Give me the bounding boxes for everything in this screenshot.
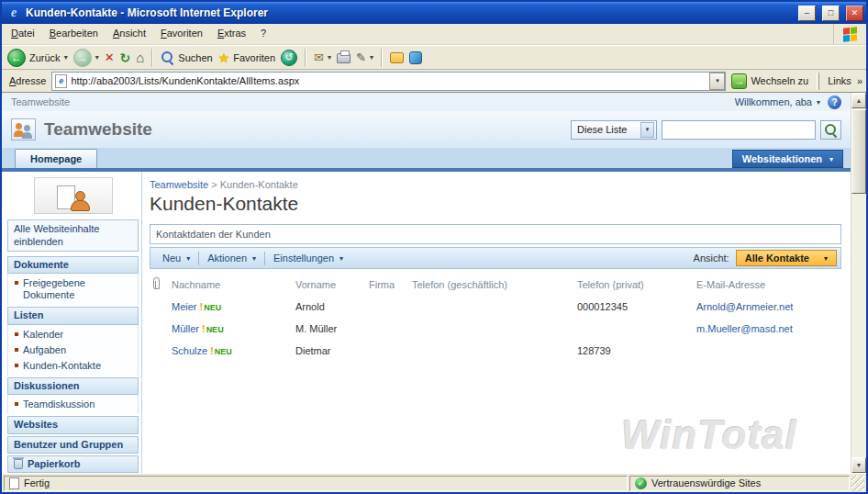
table-row[interactable]: Schulze!NEU Dietmar 128739	[150, 340, 841, 362]
help-button[interactable]: ?	[828, 95, 841, 109]
go-label: Wechseln zu	[751, 75, 808, 86]
search-scope-select[interactable]: Diese Liste ▾	[571, 120, 657, 140]
links-bar-grip[interactable]	[817, 73, 819, 90]
nav-item-teamdiskussion[interactable]: Teamdiskussion	[8, 397, 138, 412]
home-button[interactable]: ⌂	[136, 50, 144, 65]
menu-bearbeiten[interactable]: Bearbeiten	[42, 24, 106, 44]
nav-header-websites[interactable]: Websites	[7, 416, 139, 433]
cell-firma	[365, 296, 408, 318]
browser-toolbar: ← Zurück ▾ → ▾ ✕ ↻ ⌂ Suchen ★ Favoriten …	[2, 45, 866, 70]
welcome-menu[interactable]: Willkommen, aba ▾	[735, 96, 820, 107]
nav-item-kunden-kontakte[interactable]: Kunden-Kontakte	[8, 358, 138, 374]
site-actions-button[interactable]: Websiteaktionen ▾	[732, 150, 843, 168]
back-button[interactable]: ← Zurück ▾	[7, 49, 68, 67]
go-button[interactable]: → Wechseln zu	[731, 73, 808, 89]
edit-button[interactable]: ✎ ▾	[356, 51, 373, 64]
forward-button[interactable]: → ▾	[73, 49, 99, 67]
new-menu-label: Neu	[162, 253, 181, 264]
contact-name-link[interactable]: Müller	[172, 323, 199, 334]
scroll-up-button[interactable]: ▲	[851, 93, 866, 108]
nav-header-diskussionen[interactable]: Diskussionen	[7, 377, 139, 395]
close-button[interactable]: ✕	[846, 6, 863, 21]
media-button[interactable]: ↺	[281, 50, 297, 66]
breadcrumb-parent-link[interactable]: Teamwebsite	[150, 179, 208, 190]
favorites-button[interactable]: ★ Favoriten	[218, 51, 275, 65]
contact-name-link[interactable]: Schulze	[172, 345, 207, 356]
site-search-button[interactable]	[820, 120, 841, 140]
menu-bar: Datei Bearbeiten Ansicht Favoriten Extra…	[2, 24, 866, 45]
site-search-input[interactable]	[662, 120, 816, 140]
menu-datei[interactable]: Datei	[4, 24, 42, 44]
messenger-button[interactable]	[409, 51, 422, 64]
actions-menu-button[interactable]: Aktionen ▾	[199, 250, 264, 266]
nav-item-kalender[interactable]: Kalender	[8, 327, 138, 342]
actions-menu-caret-icon: ▾	[252, 254, 256, 263]
column-header-telefon-geschaeftlich[interactable]: Telefon (geschäftlich)	[408, 272, 573, 296]
status-pane: Fertig	[4, 476, 628, 491]
nav-header-dokumente[interactable]: Dokumente	[7, 256, 139, 274]
column-header-email[interactable]: E-Mail-Adresse	[693, 272, 841, 296]
address-input[interactable]: e http://aba2003/Lists/KundenKontakte/Al…	[51, 72, 726, 91]
scrollbar-thumb[interactable]	[851, 109, 866, 194]
discuss-button[interactable]	[390, 52, 404, 63]
email-link[interactable]: m.Mueller@masd.net	[696, 323, 793, 334]
tab-homepage[interactable]: Homepage	[15, 149, 97, 168]
table-row[interactable]: Meier!NEU Arnold 000012345 Arnold@Arnmei…	[150, 296, 841, 318]
global-site-link[interactable]: Teamwebsite	[11, 96, 70, 107]
welcome-caret-icon: ▾	[817, 98, 820, 107]
new-menu-button[interactable]: Neu ▾	[154, 250, 198, 266]
windows-logo-icon	[833, 24, 866, 44]
view-label: Ansicht:	[694, 253, 729, 264]
ie-logo-icon: e	[6, 6, 21, 20]
contacts-list-image	[34, 177, 113, 214]
column-header-firma[interactable]: Firma	[365, 272, 408, 296]
email-link[interactable]: Arnold@Arnmeier.net	[696, 301, 793, 312]
scope-value: Diese Liste	[577, 124, 627, 135]
cell-telefon-privat: 000012345	[573, 296, 693, 318]
attachment-cell	[150, 296, 168, 318]
attachment-cell	[150, 318, 168, 340]
menu-ansicht[interactable]: Ansicht	[106, 24, 153, 44]
table-row[interactable]: Müller!NEU M. Müller m.Mueller@masd.net	[150, 318, 841, 340]
tab-bar: Homepage Websiteaktionen ▾	[2, 148, 851, 172]
print-button[interactable]	[337, 53, 351, 63]
global-links-bar: Teamwebsite Willkommen, aba ▾ ?	[2, 93, 851, 111]
actions-menu-label: Aktionen	[207, 253, 247, 264]
search-button[interactable]: Suchen	[161, 51, 212, 64]
site-icon	[11, 118, 36, 140]
new-bang-icon: !	[202, 323, 206, 334]
view-all-site-content-link[interactable]: Alle Websiteinhalte einblenden	[7, 219, 139, 251]
title-bar[interactable]: e Kunden-Kontakte - Microsoft Internet E…	[2, 2, 866, 24]
links-chevron-icon[interactable]: »	[857, 75, 862, 86]
contact-name-link[interactable]: Meier	[172, 301, 197, 312]
column-header-telefon-privat[interactable]: Telefon (privat)	[573, 272, 693, 296]
browser-viewport: Teamwebsite Willkommen, aba ▾ ? Teamwebs…	[2, 93, 866, 473]
mail-button[interactable]: ✉ ▾	[314, 51, 331, 64]
stop-button[interactable]: ✕	[105, 51, 115, 64]
vertical-scrollbar[interactable]: ▲ ▼	[851, 93, 866, 473]
nav-item-freigegebene-dokumente[interactable]: Freigegebene Dokumente	[8, 275, 138, 303]
menu-extras[interactable]: Extras	[210, 24, 253, 44]
nav-item-aufgaben[interactable]: Aufgaben	[8, 342, 138, 358]
scroll-down-button[interactable]: ▼	[851, 457, 866, 473]
column-header-nachname[interactable]: Nachname	[168, 272, 292, 296]
nav-header-benutzer-und-gruppen[interactable]: Benutzer und Gruppen	[7, 436, 139, 454]
new-badge: NEU	[204, 303, 221, 312]
forward-icon: →	[73, 49, 92, 67]
refresh-button[interactable]: ↻	[120, 51, 131, 65]
menu-hilfe[interactable]: ?	[253, 24, 273, 44]
settings-menu-button[interactable]: Einstellungen ▾	[265, 250, 351, 266]
back-icon: ←	[7, 49, 26, 67]
links-label[interactable]: Links	[828, 75, 851, 86]
maximize-button[interactable]: □	[822, 6, 840, 21]
address-dropdown-button[interactable]: ▾	[709, 73, 725, 90]
minimize-button[interactable]: –	[798, 6, 816, 21]
window-resize-grip[interactable]	[851, 476, 864, 491]
scrollbar-track[interactable]	[851, 108, 866, 457]
column-header-vorname[interactable]: Vorname	[292, 272, 365, 296]
view-select-button[interactable]: Alle Kontakte ▾	[736, 250, 837, 266]
menu-favoriten[interactable]: Favoriten	[153, 24, 210, 44]
attachment-column-header[interactable]	[150, 272, 168, 296]
nav-header-listen[interactable]: Listen	[7, 307, 139, 324]
nav-header-papierkorb[interactable]: Papierkorb	[7, 455, 139, 473]
